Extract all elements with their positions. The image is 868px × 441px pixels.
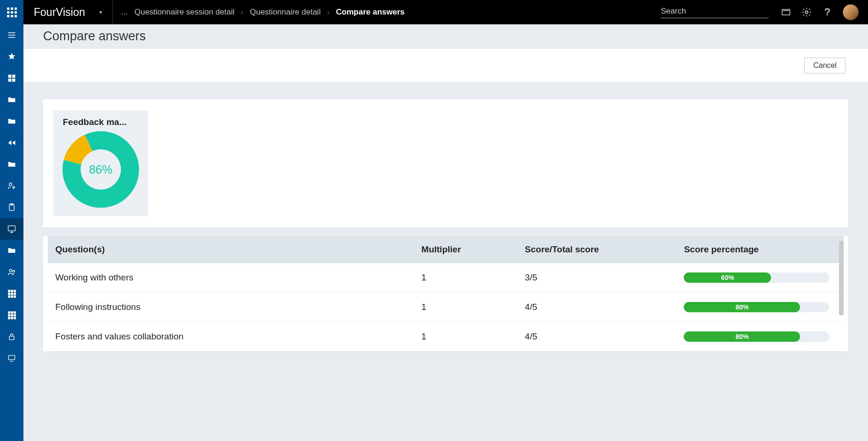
donut-panel: Feedback ma... 86% [43, 99, 848, 228]
lock-icon [7, 332, 16, 341]
cell-question: Fosters and values collaboration [48, 322, 414, 352]
breadcrumb-current: Compare answers [336, 7, 404, 17]
sidebar-item-people[interactable] [0, 261, 23, 283]
svg-point-11 [9, 269, 12, 272]
table-row[interactable]: Following instructions14/580% [48, 293, 844, 322]
folder-icon [7, 117, 16, 126]
progress-label: 80% [684, 331, 800, 342]
sidebar-item-grid-b[interactable] [0, 304, 23, 326]
sidebar-item-screen[interactable] [0, 218, 23, 240]
svg-point-1 [805, 11, 808, 14]
svg-point-6 [9, 183, 12, 186]
app-launcher-button[interactable] [0, 0, 23, 24]
progress-bar: 80% [684, 302, 829, 312]
cell-score: 4/5 [517, 293, 677, 322]
progress-bar: 60% [684, 272, 829, 283]
donut-center: 86% [81, 149, 121, 190]
folder-icon [7, 246, 16, 255]
col-header-score[interactable]: Score/Total score [517, 236, 677, 263]
sidebar-item-display[interactable] [0, 347, 23, 369]
action-bar: Cancel [23, 49, 868, 82]
page-header: Compare answers [23, 24, 868, 49]
breadcrumb-link[interactable]: Questionnaire detail [250, 7, 321, 17]
cell-question: Following instructions [48, 293, 414, 322]
sidebar-item-security[interactable] [0, 326, 23, 347]
content: Cancel Feedback ma... 86% Question(s) [23, 49, 868, 441]
menu-toggle[interactable] [0, 24, 23, 46]
sidebar-item-folder-b[interactable] [0, 110, 23, 132]
breadcrumb-ellipsis[interactable]: ... [121, 7, 128, 17]
svg-rect-4 [8, 79, 12, 82]
svg-rect-3 [12, 75, 15, 78]
donut-title: Feedback ma... [53, 116, 148, 131]
svg-rect-0 [782, 9, 790, 15]
sidebar-item-folder-c[interactable] [0, 154, 23, 175]
chevron-right-icon: › [327, 8, 329, 16]
chevron-down-icon: ▾ [99, 9, 102, 15]
search-input[interactable] [661, 7, 769, 16]
col-header-question[interactable]: Question(s) [48, 236, 414, 263]
waffle-icon [7, 7, 17, 17]
col-header-percentage[interactable]: Score percentage [676, 236, 844, 263]
cell-percentage: 60% [676, 263, 844, 293]
chevron-right-icon: › [241, 8, 243, 16]
table-row[interactable]: Fosters and values collaboration14/580% [48, 322, 844, 352]
rewind-icon [7, 138, 16, 147]
progress-bar: 80% [684, 331, 829, 342]
svg-rect-10 [8, 226, 15, 231]
clipboard-icon [7, 203, 16, 212]
cell-score: 4/5 [517, 322, 677, 352]
grid-icon [8, 311, 15, 319]
folder-icon [7, 95, 16, 104]
sidebar [0, 24, 23, 441]
sidebar-item-back[interactable] [0, 132, 23, 154]
sidebar-item-folder-a[interactable] [0, 89, 23, 110]
people-icon [7, 267, 16, 277]
brand-dropdown[interactable]: FourVision ▾ [23, 0, 113, 24]
sidebar-item-folder-d[interactable] [0, 240, 23, 261]
screen-icon [7, 224, 16, 234]
breadcrumb-link[interactable]: Questionnaire session detail [135, 7, 235, 17]
star-icon [7, 52, 16, 61]
avatar[interactable] [843, 4, 859, 20]
help-icon[interactable]: ? [822, 7, 832, 17]
cell-score: 3/5 [517, 263, 677, 293]
cell-question: Working with others [48, 263, 414, 293]
sidebar-item-favorites[interactable] [0, 46, 23, 67]
menu-icon [7, 30, 16, 40]
search-box[interactable] [661, 7, 769, 18]
progress-label: 60% [684, 272, 771, 283]
progress-label: 80% [684, 302, 800, 312]
donut-chart: 86% [62, 131, 139, 208]
topbar: FourVision ▾ ... Questionnaire session d… [0, 0, 868, 24]
table-panel: Question(s) Multiplier Score/Total score… [43, 236, 848, 352]
display-icon [7, 353, 16, 363]
col-header-multiplier[interactable]: Multiplier [414, 236, 517, 263]
grid-icon [8, 290, 15, 297]
cancel-button[interactable]: Cancel [804, 58, 846, 74]
sidebar-item-grid-a[interactable] [0, 283, 23, 304]
brand-label: FourVision [34, 6, 85, 19]
cell-multiplier: 1 [414, 293, 517, 322]
svg-point-12 [13, 270, 15, 272]
cell-percentage: 80% [676, 322, 844, 352]
messages-icon[interactable] [781, 7, 791, 17]
page-title: Compare answers [43, 29, 146, 44]
table-row[interactable]: Working with others13/560% [48, 263, 844, 293]
breadcrumb: ... Questionnaire session detail › Quest… [113, 7, 405, 17]
sidebar-item-clipboard[interactable] [0, 197, 23, 218]
dashboard-icon [7, 74, 16, 83]
sidebar-item-dashboard[interactable] [0, 67, 23, 89]
folder-icon [7, 160, 16, 169]
gear-icon[interactable] [801, 7, 812, 17]
svg-rect-14 [8, 355, 15, 360]
donut-card[interactable]: Feedback ma... 86% [53, 110, 148, 216]
donut-percent-label: 86% [89, 163, 112, 176]
cell-multiplier: 1 [414, 263, 517, 293]
questions-table: Question(s) Multiplier Score/Total score… [48, 236, 844, 352]
svg-rect-13 [9, 336, 14, 340]
sidebar-item-user-settings[interactable] [0, 175, 23, 197]
scrollbar-thumb[interactable] [839, 241, 844, 316]
table-viewport: Question(s) Multiplier Score/Total score… [48, 236, 844, 352]
cell-percentage: 80% [676, 293, 844, 322]
